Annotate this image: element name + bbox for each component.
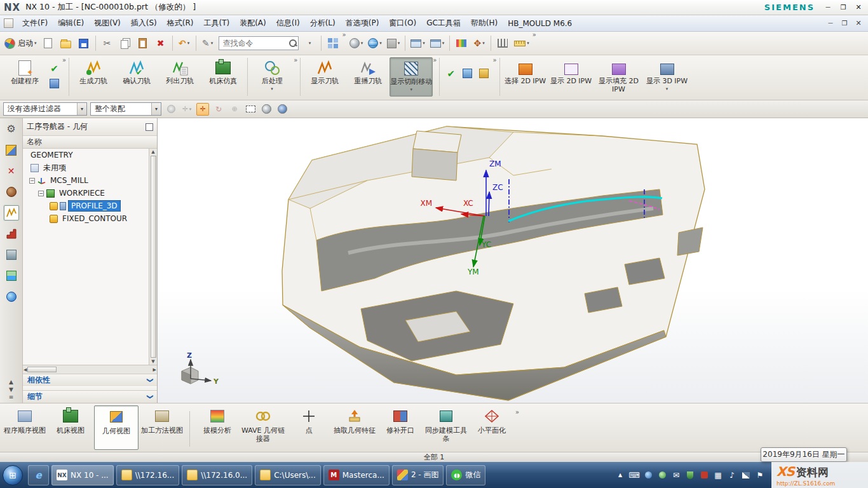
menu-help[interactable]: 帮助(H): [466, 16, 503, 30]
scroll-left-arrow[interactable]: ◀: [24, 367, 27, 372]
tray-icon-blue[interactable]: [643, 470, 653, 480]
minimize-button[interactable]: [824, 3, 832, 12]
gouge-check-button[interactable]: [478, 67, 490, 79]
overflow-indicator[interactable]: [342, 32, 346, 38]
list-toolpath-button[interactable]: 列出刀轨: [158, 57, 201, 97]
part-navigator-icon[interactable]: [4, 184, 19, 200]
scroll-thumb[interactable]: [27, 367, 57, 372]
menu-edit[interactable]: 编辑(E): [53, 16, 89, 30]
menu-gc-toolbox[interactable]: GC工具箱: [421, 16, 466, 30]
point-button[interactable]: 点: [287, 405, 331, 450]
menu-view[interactable]: 视图(V): [89, 16, 126, 30]
menu-format[interactable]: 格式(R): [162, 16, 199, 30]
rotate-point-button[interactable]: ↻: [212, 103, 225, 116]
rectangle-select-button[interactable]: [244, 103, 257, 116]
machine-tool-view-button[interactable]: 机床视图: [48, 405, 93, 450]
highlight-related-button[interactable]: [165, 103, 177, 116]
display-color-button[interactable]: [385, 34, 402, 52]
program-order-view-button[interactable]: 程序顺序视图: [3, 405, 47, 450]
tree-vertical-scrollbar[interactable]: ▲ ▼: [149, 149, 157, 365]
scroll-up-chevron[interactable]: ▲: [9, 379, 13, 385]
keyboard-tray-icon[interactable]: ⌨: [629, 470, 639, 480]
show-hidden-icons-chevron[interactable]: ▲: [615, 470, 625, 480]
menu-tools[interactable]: 工具(T): [198, 16, 234, 30]
tree-row-fixed-contour[interactable]: FIXED_CONTOUR: [23, 212, 157, 225]
open-button[interactable]: [58, 34, 74, 52]
start-menu-button[interactable]: 启动: [3, 34, 39, 52]
group-overflow[interactable]: [433, 57, 437, 64]
save-button[interactable]: [76, 34, 92, 52]
extract-geometry-button[interactable]: 抽取几何特征: [332, 405, 377, 450]
restore-button[interactable]: [839, 3, 848, 12]
tree-row-workpiece[interactable]: WORKPIECE: [23, 187, 157, 200]
taskbar-explorer-button-2[interactable]: \\172.16.0...: [182, 465, 252, 485]
taskbar-explorer-button-1[interactable]: \\172.16...: [116, 465, 180, 485]
3d-model-canvas[interactable]: ZM ZC XM XC YC YM Z Y: [158, 118, 868, 403]
machining-method-view-button[interactable]: 加工方法视图: [140, 405, 184, 450]
tray-icon-shield[interactable]: [685, 470, 695, 480]
tree-row-geometry[interactable]: GEOMETRY: [23, 149, 157, 161]
find-options-button[interactable]: [301, 34, 318, 52]
web-browser-icon[interactable]: [4, 289, 19, 304]
bottombar-overflow[interactable]: [515, 409, 519, 416]
dependencies-section[interactable]: 相依性: [23, 374, 157, 386]
tray-icon-green[interactable]: [657, 470, 667, 480]
close-button[interactable]: [854, 3, 863, 12]
copy-button[interactable]: [117, 34, 133, 52]
graphics-window[interactable]: ZM ZC XM XC YC YM Z Y: [158, 118, 868, 403]
scroll-thumb[interactable]: [151, 156, 156, 358]
taskbar-nx-button[interactable]: NX NX 10 - ...: [51, 465, 114, 485]
background-button[interactable]: [366, 34, 384, 52]
fit-view-button[interactable]: [428, 34, 447, 52]
doc-minimize-button[interactable]: [826, 19, 835, 28]
scroll-right-arrow[interactable]: ▶: [153, 367, 156, 372]
show-toolpath-button[interactable]: 显示刀轨: [303, 57, 346, 97]
menu-file[interactable]: 文件(F): [17, 16, 53, 30]
geometry-view-button[interactable]: 几何视图: [94, 405, 139, 450]
work-section-button[interactable]: [276, 103, 288, 116]
process-assistant-icon[interactable]: [4, 247, 19, 262]
tree-row-unused[interactable]: 未用项: [23, 161, 157, 174]
create-program-button[interactable]: 创建程序: [3, 57, 46, 97]
shaded-wireframe-button[interactable]: [260, 103, 273, 116]
operation-navigator-icon[interactable]: [4, 205, 19, 220]
tree-horizontal-scrollbar[interactable]: ◀ ▶: [23, 365, 157, 374]
volume-tray-icon[interactable]: ♪: [727, 470, 737, 480]
show-cut-moves-button[interactable]: 显示切削移动: [390, 57, 433, 97]
orient-view-button[interactable]: [409, 34, 427, 52]
panel-unpin-button[interactable]: [146, 123, 153, 131]
selection-filter-dropdown[interactable]: 没有选择过滤器: [3, 102, 87, 116]
tray-icon-mail[interactable]: ✉: [671, 470, 681, 480]
replay-toolpath-button[interactable]: 重播刀轨: [346, 57, 390, 97]
network-tray-icon[interactable]: [741, 470, 751, 480]
repeat-command-button[interactable]: ✎: [200, 34, 216, 52]
assembly-navigator-icon[interactable]: [4, 142, 19, 158]
create-geometry-button[interactable]: [48, 78, 60, 90]
synchronous-modeling-button[interactable]: 同步建模工具条: [424, 405, 468, 450]
name-column-header[interactable]: 名称: [23, 136, 157, 149]
doc-close-button[interactable]: [854, 19, 863, 28]
create-tool-button[interactable]: ✔: [48, 62, 60, 74]
taskbar-wechat-button[interactable]: ◖◗ 微信: [446, 465, 485, 485]
scroll-down-chevron[interactable]: ▼: [9, 386, 13, 393]
delete-button[interactable]: ✖: [153, 34, 169, 52]
generate-toolpath-button[interactable]: 生成刀轨: [72, 57, 115, 97]
snap-point-button[interactable]: [494, 34, 511, 52]
machine-sim-button[interactable]: 机床仿真: [201, 57, 245, 97]
patch-opening-button[interactable]: 修补开口: [378, 405, 423, 450]
group-overflow[interactable]: [62, 57, 66, 64]
select-2d-ipw-button[interactable]: 选择 2D IPW: [503, 57, 548, 97]
window-layout-button[interactable]: [325, 34, 341, 52]
toolpath-check-button[interactable]: ✔: [445, 67, 457, 79]
postprocess-button[interactable]: 后处理: [250, 57, 294, 97]
menu-assemblies[interactable]: 装配(A): [234, 16, 271, 30]
collapse-toggle[interactable]: [38, 191, 44, 196]
scroll-up-arrow[interactable]: ▲: [151, 149, 154, 154]
handle-button[interactable]: ⊕: [228, 103, 241, 116]
group-overflow[interactable]: [492, 57, 496, 64]
menu-analysis[interactable]: 分析(L): [305, 16, 341, 30]
toolpath-report-button[interactable]: [461, 67, 473, 79]
menu-hb-mould[interactable]: HB_MOULD M6.6: [503, 17, 577, 30]
taskbar-explorer-button-3[interactable]: C:\Users\...: [255, 465, 321, 485]
roles-gear-icon[interactable]: ⚙: [4, 121, 19, 137]
